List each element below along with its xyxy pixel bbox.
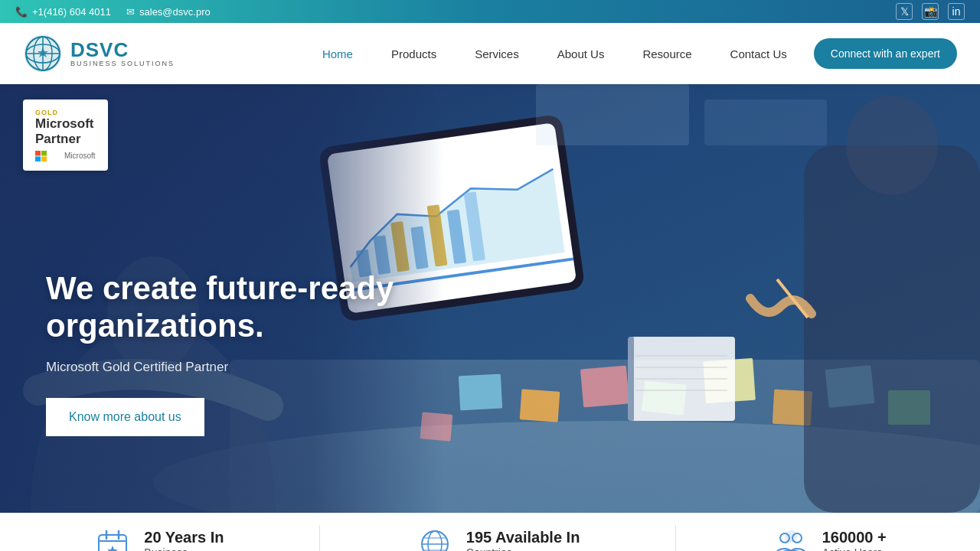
nav-resource[interactable]: Resource xyxy=(623,40,710,68)
stat-users-text: 160000 + Active Users xyxy=(822,529,887,551)
logo-icon xyxy=(23,34,63,73)
know-more-button[interactable]: Know more about us xyxy=(46,398,204,436)
logo-name: DSVC xyxy=(70,40,175,60)
stat-users-label: Active Users xyxy=(822,546,887,551)
years-icon xyxy=(93,525,132,552)
logo[interactable]: DSVC BUSINESS SOLUTIONS xyxy=(23,34,175,73)
ms-partner-badge: Gold MicrosoftPartner Microsoft xyxy=(23,99,108,171)
ms-brand-text: Microsoft xyxy=(64,152,96,160)
svg-rect-47 xyxy=(35,156,41,161)
stats-bar: 20 Years In Business 195 Available In Co… xyxy=(0,513,980,551)
svg-rect-45 xyxy=(35,151,41,156)
nav-home[interactable]: Home xyxy=(303,40,372,68)
nav-about[interactable]: About Us xyxy=(538,40,624,68)
instagram-icon[interactable]: 📸 xyxy=(922,3,939,20)
stat-countries: 195 Available In Countries xyxy=(416,525,580,552)
stat-years: 20 Years In Business xyxy=(93,525,224,552)
stat-countries-text: 195 Available In Countries xyxy=(466,529,580,551)
ms-badge-title: MicrosoftPartner xyxy=(35,116,96,148)
top-bar-contact: 📞 +1(416) 604 4011 ✉ sales@dsvc.pro xyxy=(15,6,211,18)
svg-rect-13 xyxy=(580,365,629,407)
hero-section: Gold MicrosoftPartner Microsoft We creat… xyxy=(0,84,980,513)
email-item: ✉ sales@dsvc.pro xyxy=(126,6,211,18)
stat-users: 160000 + Active Users xyxy=(772,525,887,552)
ms-logo: Microsoft xyxy=(35,151,96,161)
email-icon: ✉ xyxy=(126,6,135,18)
stat-divider-2 xyxy=(675,525,676,552)
svg-rect-42 xyxy=(536,84,689,145)
stat-countries-label: Countries xyxy=(466,546,580,551)
email-address: sales@dsvc.pro xyxy=(139,6,211,18)
phone-icon: 📞 xyxy=(15,6,28,18)
nav-products[interactable]: Products xyxy=(372,40,456,68)
social-links: 𝕏 📸 in xyxy=(896,3,965,20)
stat-years-number: 20 Years In xyxy=(144,529,224,546)
svg-point-54 xyxy=(422,531,448,552)
svg-rect-48 xyxy=(41,156,47,161)
stat-years-text: 20 Years In Business xyxy=(144,529,224,551)
svg-rect-43 xyxy=(704,99,827,145)
top-bar: 📞 +1(416) 604 4011 ✉ sales@dsvc.pro 𝕏 📸 … xyxy=(0,0,980,23)
stat-users-number: 160000 + xyxy=(822,529,887,546)
svg-rect-46 xyxy=(41,151,47,156)
svg-marker-53 xyxy=(107,546,118,552)
logo-subtitle: BUSINESS SOLUTIONS xyxy=(70,60,175,67)
svg-rect-39 xyxy=(804,145,980,513)
logo-text: DSVC BUSINESS SOLUTIONS xyxy=(70,40,175,67)
nav-contact[interactable]: Contact Us xyxy=(711,40,806,68)
svg-rect-12 xyxy=(520,389,560,422)
phone-number: +1(416) 604 4011 xyxy=(32,6,111,18)
countries-icon xyxy=(416,525,454,552)
linkedin-icon[interactable]: in xyxy=(948,3,965,20)
svg-point-40 xyxy=(846,96,938,195)
nav-services[interactable]: Services xyxy=(456,40,538,68)
svg-point-61 xyxy=(786,531,796,542)
main-nav: Home Products Services About Us Resource… xyxy=(303,38,957,69)
ms-badge-gold-label: Gold xyxy=(35,109,96,116)
hero-content: We create future-ready organizations. Mi… xyxy=(46,270,394,436)
phone-item: 📞 +1(416) 604 4011 xyxy=(15,6,111,18)
stat-divider-1 xyxy=(319,525,320,552)
header: DSVC BUSINESS SOLUTIONS Home Products Se… xyxy=(0,23,980,84)
svg-rect-25 xyxy=(628,337,634,421)
twitter-icon[interactable]: 𝕏 xyxy=(896,3,913,20)
connect-expert-button[interactable]: Connect with an expert xyxy=(814,38,957,69)
svg-rect-11 xyxy=(459,374,502,411)
stat-years-label: Business xyxy=(144,546,224,551)
users-icon xyxy=(772,525,810,552)
hero-subtext: Microsoft Gold Certified Partner xyxy=(46,360,394,375)
svg-point-55 xyxy=(428,531,442,552)
stat-countries-number: 195 Available In xyxy=(466,529,580,546)
hero-headline: We create future-ready organizations. xyxy=(46,270,394,344)
